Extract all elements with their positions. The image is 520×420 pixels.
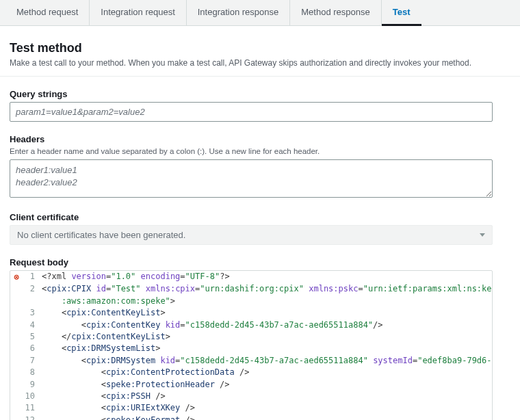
- error-icon: [10, 343, 23, 343]
- error-icon: [10, 379, 23, 380]
- code-line[interactable]: 12 <speke:KeyFormat />: [10, 415, 492, 420]
- code-line[interactable]: 11 <cpix:URIExtXKey />: [10, 402, 492, 414]
- error-icon: [10, 415, 23, 415]
- headers-input[interactable]: [10, 159, 493, 198]
- chevron-down-icon: [480, 233, 485, 237]
- code-line[interactable]: 2<cpix:CPIX id="Test" xmlns:cpix="urn:da…: [10, 283, 492, 295]
- error-icon: [10, 402, 23, 403]
- line-number: 12: [23, 415, 39, 420]
- line-number: 2: [23, 283, 39, 295]
- line-number: 7: [23, 355, 39, 367]
- divider: [0, 76, 520, 77]
- error-icon: ⊗: [10, 271, 23, 283]
- line-number: 4: [23, 319, 39, 331]
- test-method-panel: Test method Make a test call to your met…: [0, 26, 520, 420]
- code-content: <?xml version="1.0" encoding="UTF-8"?>: [39, 271, 492, 283]
- line-number: 11: [23, 402, 39, 414]
- tab-method-request[interactable]: Method request: [5, 0, 90, 25]
- code-line[interactable]: 6 <cpix:DRMSystemList>: [10, 343, 492, 354]
- client-certificate-dropdown[interactable]: No client certificates have been generat…: [10, 225, 493, 245]
- query-strings-input[interactable]: [10, 102, 493, 122]
- error-icon: [10, 391, 23, 391]
- error-icon: [10, 283, 23, 284]
- code-content: <cpix:PSSH />: [39, 391, 492, 402]
- client-certificate-message: No client certificates have been generat…: [17, 230, 185, 240]
- page-title: Test method: [10, 41, 510, 55]
- query-strings-label: Query strings: [10, 89, 510, 99]
- code-line[interactable]: ⊗1<?xml version="1.0" encoding="UTF-8"?>: [10, 271, 492, 283]
- code-line[interactable]: :aws:amazon:com:speke">: [10, 296, 492, 307]
- request-body-label: Request body: [10, 257, 510, 267]
- line-number: 5: [23, 331, 39, 343]
- line-number: 8: [23, 367, 39, 378]
- line-number: 9: [23, 379, 39, 391]
- tab-integration-request[interactable]: Integration request: [90, 0, 186, 25]
- line-number: 3: [23, 307, 39, 319]
- code-content: :aws:amazon:com:speke">: [39, 296, 492, 307]
- code-content: <cpix:DRMSystemList>: [39, 343, 492, 354]
- error-icon: [10, 367, 23, 367]
- code-content: <cpix:ContentKey kid="c158dedd-2d45-43b7…: [39, 319, 492, 331]
- line-number: 1: [23, 271, 39, 283]
- error-icon: [10, 331, 23, 332]
- page-description: Make a test call to your method. When yo…: [10, 58, 510, 68]
- line-number: 6: [23, 343, 39, 354]
- error-icon: [10, 296, 23, 296]
- error-icon: [10, 319, 23, 320]
- code-line[interactable]: 5 </cpix:ContentKeyList>: [10, 331, 492, 343]
- client-certificate-label: Client certificate: [10, 212, 510, 222]
- code-line[interactable]: 10 <cpix:PSSH />: [10, 391, 492, 402]
- code-content: <cpix:DRMSystem kid="c158dedd-2d45-43b7-…: [39, 355, 493, 367]
- code-content: </cpix:ContentKeyList>: [39, 331, 492, 343]
- code-content: <speke:KeyFormat />: [39, 415, 492, 420]
- code-content: <cpix:ContentKeyList>: [39, 307, 492, 319]
- tabs: Method request Integration request Integ…: [0, 0, 520, 26]
- code-line[interactable]: 9 <speke:ProtectionHeader />: [10, 379, 492, 391]
- tab-test[interactable]: Test: [382, 0, 421, 26]
- code-content: <cpix:URIExtXKey />: [39, 402, 492, 414]
- request-body-editor[interactable]: ⊗1<?xml version="1.0" encoding="UTF-8"?>…: [10, 270, 493, 420]
- code-line[interactable]: 8 <cpix:ContentProtectionData />: [10, 367, 492, 378]
- code-content: <speke:ProtectionHeader />: [39, 379, 492, 391]
- tab-integration-response[interactable]: Integration response: [187, 0, 291, 25]
- headers-hint: Enter a header name and value separated …: [10, 147, 510, 155]
- tab-method-response[interactable]: Method response: [290, 0, 381, 25]
- error-icon: [10, 307, 23, 308]
- code-line[interactable]: 4 <cpix:ContentKey kid="c158dedd-2d45-43…: [10, 319, 492, 331]
- code-line[interactable]: 7 <cpix:DRMSystem kid="c158dedd-2d45-43b…: [10, 355, 492, 367]
- code-content: <cpix:ContentProtectionData />: [39, 367, 492, 378]
- code-line[interactable]: 3 <cpix:ContentKeyList>: [10, 307, 492, 319]
- code-content: <cpix:CPIX id="Test" xmlns:cpix="urn:das…: [39, 283, 493, 295]
- line-number: 10: [23, 391, 39, 402]
- headers-label: Headers: [10, 134, 510, 144]
- error-icon: [10, 355, 23, 356]
